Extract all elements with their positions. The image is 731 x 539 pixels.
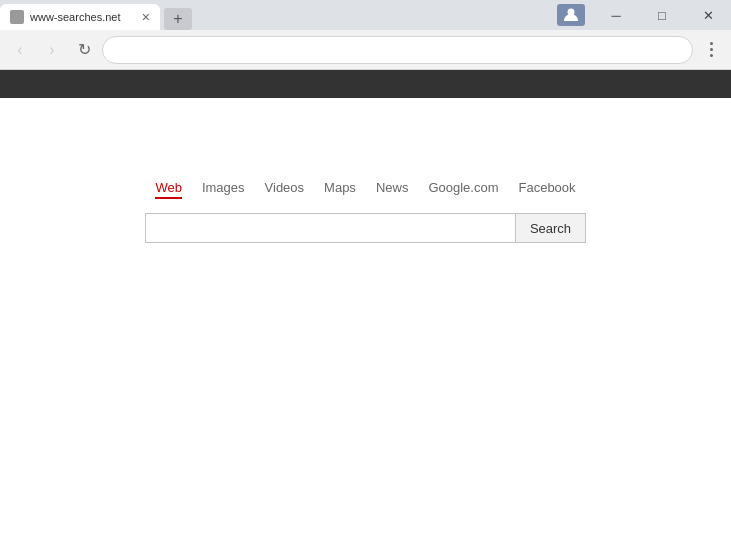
tab-strip: www-searches.net × + bbox=[0, 0, 192, 30]
search-input[interactable] bbox=[145, 213, 515, 243]
search-button[interactable]: Search bbox=[515, 213, 586, 243]
nav-tabs: Web Images Videos Maps News Google.com F… bbox=[155, 178, 575, 199]
tab-web[interactable]: Web bbox=[155, 178, 182, 199]
dots-icon bbox=[710, 42, 713, 57]
menu-button[interactable] bbox=[697, 36, 725, 64]
reload-button[interactable]: ↻ bbox=[70, 36, 98, 64]
tab-title: www-searches.net bbox=[30, 11, 136, 23]
maximize-button[interactable]: □ bbox=[639, 0, 685, 30]
back-icon: ‹ bbox=[17, 41, 22, 59]
tab-facebook[interactable]: Facebook bbox=[518, 178, 575, 199]
search-box: Search bbox=[145, 213, 586, 243]
titlebar: www-searches.net × + ─ □ ✕ bbox=[0, 0, 731, 30]
toolbar: ‹ › ↻ bbox=[0, 30, 731, 70]
forward-button[interactable]: › bbox=[38, 36, 66, 64]
profile-icon bbox=[563, 7, 579, 23]
address-bar[interactable] bbox=[102, 36, 693, 64]
tab-maps[interactable]: Maps bbox=[324, 178, 356, 199]
page-content: Web Images Videos Maps News Google.com F… bbox=[0, 98, 731, 539]
dark-banner bbox=[0, 70, 731, 98]
minimize-button[interactable]: ─ bbox=[593, 0, 639, 30]
active-tab[interactable]: www-searches.net × bbox=[0, 4, 160, 30]
tab-images[interactable]: Images bbox=[202, 178, 245, 199]
reload-icon: ↻ bbox=[78, 40, 91, 59]
tab-favicon bbox=[10, 10, 24, 24]
back-button[interactable]: ‹ bbox=[6, 36, 34, 64]
profile-button[interactable] bbox=[557, 4, 585, 26]
close-button[interactable]: ✕ bbox=[685, 0, 731, 30]
tab-close-button[interactable]: × bbox=[142, 10, 150, 24]
tab-videos[interactable]: Videos bbox=[265, 178, 305, 199]
forward-icon: › bbox=[49, 41, 54, 59]
tab-news[interactable]: News bbox=[376, 178, 409, 199]
new-tab-button[interactable]: + bbox=[164, 8, 192, 30]
tab-googlecom[interactable]: Google.com bbox=[428, 178, 498, 199]
